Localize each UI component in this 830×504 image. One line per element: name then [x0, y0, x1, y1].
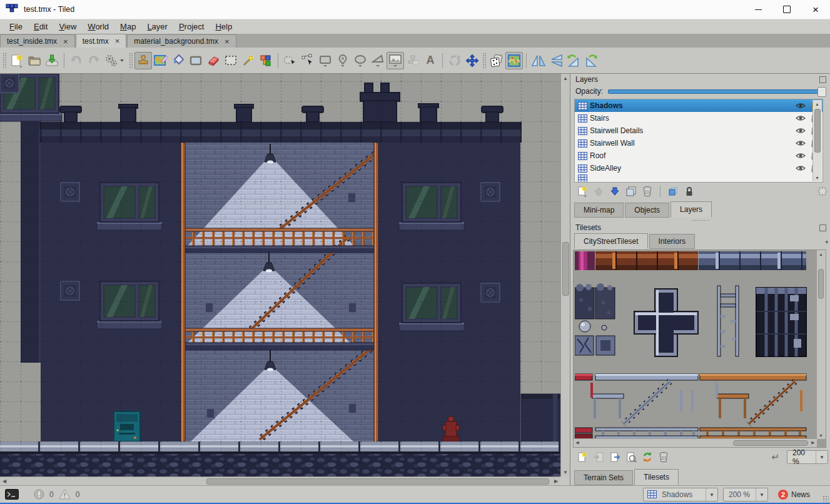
magic-wand-button[interactable]: [240, 52, 257, 69]
random-mode-button[interactable]: [488, 52, 505, 69]
close-button[interactable]: ×: [801, 0, 830, 19]
new-tileset-button[interactable]: [575, 451, 589, 463]
float-panel-icon[interactable]: [819, 76, 826, 83]
scroll-left-arrow[interactable]: ◀: [0, 477, 9, 485]
layer-row-shadows[interactable]: Shadows: [575, 99, 822, 112]
tileset-zoom-combo[interactable]: 200 % ▾: [787, 450, 828, 464]
tab-objects[interactable]: Objects: [625, 203, 669, 218]
commands-button[interactable]: [103, 52, 128, 69]
remove-layer-button[interactable]: [640, 185, 654, 198]
doc-tab-test-inside[interactable]: test_inside.tmx ×: [0, 34, 75, 48]
dynamic-wrap-icon[interactable]: ↵: [771, 451, 779, 463]
toolbar-drag-handle[interactable]: [482, 53, 487, 69]
layer-row-stairs[interactable]: Stairs: [575, 112, 822, 124]
maximize-button[interactable]: [772, 0, 801, 19]
layer-row-stairwell-wall[interactable]: Stairwell Wall: [575, 137, 822, 149]
menu-edit[interactable]: Edit: [28, 20, 53, 33]
canvas-horizontal-scrollbar[interactable]: ◀ ▶: [0, 476, 560, 485]
visibility-eye-icon[interactable]: [796, 139, 806, 147]
tab-close-icon[interactable]: ×: [225, 38, 230, 46]
visibility-eye-icon[interactable]: [796, 127, 806, 134]
remove-tileset-button[interactable]: [657, 451, 671, 463]
doc-tab-material-background[interactable]: material_background.tmx ×: [127, 34, 236, 48]
eraser-button[interactable]: [205, 52, 222, 69]
layers-list-scrollbar[interactable]: ▲ ▼: [812, 100, 822, 181]
minimize-button[interactable]: [744, 0, 772, 19]
menu-view[interactable]: View: [53, 20, 82, 33]
visibility-eye-icon[interactable]: [796, 102, 806, 109]
scroll-thumb[interactable]: [206, 478, 549, 485]
embed-tileset-button[interactable]: [592, 451, 605, 463]
scroll-up-arrow[interactable]: ▲: [561, 74, 570, 83]
toolbar-drag-handle[interactable]: [3, 53, 7, 69]
tileset-list-dropdown-icon[interactable]: ▾: [825, 239, 828, 245]
menu-help[interactable]: Help: [210, 20, 238, 33]
scroll-down-arrow[interactable]: ▼: [561, 468, 570, 476]
rect-select-button[interactable]: [222, 52, 240, 69]
tab-tilesets[interactable]: Tilesets: [634, 469, 679, 485]
select-same-tile-button[interactable]: [257, 52, 275, 69]
status-zoom-combo[interactable]: 200 % ▾: [723, 488, 768, 501]
layer-row-partial[interactable]: [575, 174, 822, 182]
new-layer-button[interactable]: [575, 185, 589, 198]
tileset-vertical-scrollbar[interactable]: ▲ ▼: [816, 250, 826, 439]
scroll-right-arrow[interactable]: ▶: [552, 477, 560, 485]
tab-layers[interactable]: Layers: [671, 201, 712, 218]
tileset-view[interactable]: ▲ ▼ ◀ ▶: [573, 249, 826, 448]
highlight-current-layer-button[interactable]: [816, 185, 829, 198]
scroll-down-arrow[interactable]: ▼: [813, 174, 821, 181]
export-tileset-button[interactable]: [608, 451, 622, 463]
scroll-up-arrow[interactable]: ▲: [817, 250, 825, 258]
tileset-image[interactable]: [575, 251, 809, 439]
rotate-right-button[interactable]: [582, 52, 600, 69]
console-icon[interactable]: [5, 489, 19, 500]
insert-tile-button[interactable]: [387, 52, 404, 69]
tab-terrain-sets[interactable]: Terrain Sets: [574, 470, 633, 485]
edit-tileset-button[interactable]: [624, 451, 638, 463]
opacity-slider-handle[interactable]: [817, 87, 826, 97]
tab-close-icon[interactable]: ×: [63, 38, 68, 46]
select-objects-button[interactable]: [281, 52, 299, 69]
toolbar-drag-handle[interactable]: [129, 53, 133, 69]
open-file-button[interactable]: [26, 52, 43, 69]
shape-fill-button[interactable]: [187, 52, 205, 69]
menu-layer[interactable]: Layer: [141, 20, 173, 33]
lower-layer-button[interactable]: [608, 185, 622, 198]
current-layer-combo[interactable]: Shadows ▾: [643, 488, 718, 501]
tab-citystreettileset[interactable]: CityStreetTileset: [574, 233, 648, 249]
scroll-left-arrow[interactable]: ◀: [574, 439, 581, 446]
layer-row-stairwell-details[interactable]: Stairwell Details: [575, 124, 822, 137]
flip-horizontal-button[interactable]: [530, 52, 547, 69]
duplicate-layer-button[interactable]: [624, 185, 638, 198]
map-canvas-viewport[interactable]: [0, 74, 560, 476]
insert-rectangle-button[interactable]: [316, 52, 334, 69]
menu-map[interactable]: Map: [114, 20, 141, 33]
scroll-down-arrow[interactable]: ▼: [817, 431, 825, 439]
visibility-eye-icon[interactable]: [796, 114, 806, 122]
layer-row-sidealley[interactable]: SideAlley: [575, 162, 822, 174]
move-tool-button[interactable]: [463, 52, 481, 69]
insert-point-button[interactable]: [334, 52, 352, 69]
tileset-horizontal-scrollbar[interactable]: ◀ ▶: [574, 438, 817, 447]
raise-layer-button[interactable]: [592, 185, 605, 198]
resize-grip[interactable]: [822, 495, 829, 501]
visibility-eye-icon[interactable]: [796, 152, 806, 159]
bucket-fill-button[interactable]: [170, 52, 187, 69]
rotate-tool-button[interactable]: [446, 52, 463, 69]
terrain-brush-button[interactable]: [152, 52, 170, 69]
tab-mini-map[interactable]: Mini-map: [574, 203, 624, 218]
scroll-right-arrow[interactable]: ▶: [809, 439, 817, 446]
tab-close-icon[interactable]: ×: [115, 37, 120, 45]
float-panel-icon[interactable]: [819, 224, 826, 231]
scroll-up-arrow[interactable]: ▲: [813, 100, 821, 108]
canvas-vertical-scrollbar[interactable]: ▲ ▼: [560, 74, 570, 476]
flip-vertical-button[interactable]: [547, 52, 565, 69]
insert-polygon-button[interactable]: [369, 52, 387, 69]
insert-ellipse-button[interactable]: [352, 52, 369, 69]
insert-text-button[interactable]: A: [422, 52, 439, 69]
stamp-brush-button[interactable]: [134, 52, 152, 69]
new-map-button[interactable]: [8, 52, 26, 69]
dock-splitter[interactable]: [570, 219, 830, 221]
edit-polygons-button[interactable]: [299, 52, 316, 69]
visibility-eye-icon[interactable]: [796, 164, 806, 172]
